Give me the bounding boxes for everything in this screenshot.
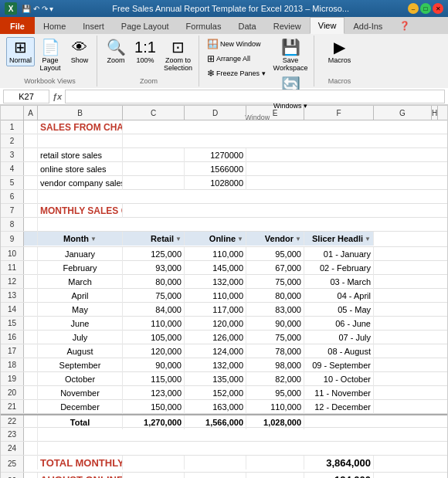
cell-b25-total-monthly[interactable]: TOTAL MONTHLY SALES xyxy=(38,456,123,470)
formula-input[interactable] xyxy=(65,90,445,103)
cell-c13[interactable]: 75,000 xyxy=(123,289,185,303)
col-header-f[interactable]: F xyxy=(304,106,374,120)
filter-icon[interactable]: ▼ xyxy=(295,236,301,242)
cell-e14[interactable]: 83,000 xyxy=(246,303,304,317)
cell-a26[interactable] xyxy=(24,473,38,478)
cell-b18[interactable]: September xyxy=(38,358,123,372)
cell-f12[interactable]: 03 - March xyxy=(304,275,374,289)
cell-b11[interactable]: February xyxy=(38,261,123,275)
cell-a20[interactable] xyxy=(24,386,38,400)
cell-c16[interactable]: 105,000 xyxy=(123,331,185,344)
cell-d10[interactable]: 110,000 xyxy=(185,247,246,261)
cell-f9-slicer[interactable]: Slicer Headli ▼ xyxy=(304,232,374,246)
cell-d3[interactable]: 1270000 xyxy=(185,148,246,162)
cell-f17[interactable]: 08 - August xyxy=(304,344,374,358)
cell-f14[interactable]: 05 - May xyxy=(304,303,374,317)
cell-d4[interactable]: 1566000 xyxy=(185,162,246,176)
cell-b3[interactable]: retail store sales xyxy=(38,148,123,162)
cell-c22[interactable]: 1,270,000 xyxy=(123,415,185,429)
tab-view[interactable]: View xyxy=(310,17,345,34)
cell-b2[interactable] xyxy=(38,134,123,148)
cell-d14[interactable]: 117,000 xyxy=(185,303,246,317)
cell-d15[interactable]: 120,000 xyxy=(185,317,246,331)
function-button[interactable]: ƒx xyxy=(53,92,62,101)
cell-a21[interactable] xyxy=(24,400,38,414)
tab-page-layout[interactable]: Page Layout xyxy=(113,17,178,34)
cell-d9-online[interactable]: Online ▼ xyxy=(185,232,246,246)
cell-f18[interactable]: 09 - September xyxy=(304,358,374,372)
filter-icon[interactable]: ▼ xyxy=(237,236,243,242)
cell-a25[interactable] xyxy=(24,456,38,470)
cell-a2[interactable] xyxy=(24,134,38,148)
cell-a13[interactable] xyxy=(24,289,38,303)
cell-e26[interactable] xyxy=(246,473,304,478)
cell-a8[interactable] xyxy=(24,218,38,232)
zoom-selection-button[interactable]: ⊡ Zoom toSelection xyxy=(161,37,195,74)
cell-d22[interactable]: 1,566,000 xyxy=(185,415,246,429)
cell-e11[interactable]: 67,000 xyxy=(246,261,304,275)
cell-d16[interactable]: 126,000 xyxy=(185,331,246,344)
cell-b19[interactable]: October xyxy=(38,372,123,386)
cell-c21[interactable]: 150,000 xyxy=(123,400,185,414)
cell-a24[interactable] xyxy=(24,442,38,456)
cell-a3[interactable] xyxy=(24,148,38,162)
cell-d26[interactable] xyxy=(185,473,246,478)
cell-e21[interactable]: 110,000 xyxy=(246,400,304,414)
filter-icon[interactable]: ▼ xyxy=(365,236,371,242)
cell-c11[interactable]: 93,000 xyxy=(123,261,185,275)
cell-e19[interactable]: 82,000 xyxy=(246,372,304,386)
col-header-c[interactable]: C xyxy=(123,106,185,120)
cell-d5[interactable]: 1028000 xyxy=(185,176,246,190)
cell-a19[interactable] xyxy=(24,372,38,386)
cell-f20[interactable]: 11 - November xyxy=(304,386,374,400)
cell-f11[interactable]: 02 - February xyxy=(304,261,374,275)
minimize-button[interactable]: – xyxy=(408,3,419,14)
cell-d21[interactable]: 163,000 xyxy=(185,400,246,414)
cell-e22[interactable]: 1,028,000 xyxy=(246,415,304,429)
cell-b26-august-online[interactable]: AUGUST ONLINE SALES xyxy=(38,473,123,478)
new-window-button[interactable]: 🪟 New Window xyxy=(204,37,269,51)
cell-c26[interactable] xyxy=(123,473,185,478)
cell-a5[interactable] xyxy=(24,176,38,190)
col-header-g[interactable]: G xyxy=(374,106,432,120)
tab-review[interactable]: Review xyxy=(265,17,310,34)
tab-home[interactable]: Home xyxy=(35,17,74,34)
cell-c17[interactable]: 120,000 xyxy=(123,344,185,358)
cell-a6[interactable] xyxy=(24,190,38,204)
tab-insert[interactable]: Insert xyxy=(74,17,113,34)
cell-a9[interactable] xyxy=(24,232,38,246)
cell-c9-retail[interactable]: Retail ▼ xyxy=(123,232,185,246)
cell-a16[interactable] xyxy=(24,331,38,344)
cell-c12[interactable]: 80,000 xyxy=(123,275,185,289)
cell-c25[interactable] xyxy=(123,456,185,470)
cell-d13[interactable]: 110,000 xyxy=(185,289,246,303)
tab-file[interactable]: File xyxy=(0,17,35,34)
cell-f10[interactable]: 01 - January xyxy=(304,247,374,261)
cell-c14[interactable]: 84,000 xyxy=(123,303,185,317)
show-button[interactable]: 👁 Show xyxy=(66,37,93,66)
cell-b14[interactable]: May xyxy=(38,303,123,317)
cell-a4[interactable] xyxy=(24,162,38,176)
cell-a15[interactable] xyxy=(24,317,38,331)
save-workspace-button[interactable]: 💾 SaveWorkspace xyxy=(270,37,311,74)
arrange-all-button[interactable]: ⊞ Arrange All xyxy=(204,52,269,66)
cell-f25-total-value[interactable]: 3,864,000 xyxy=(304,456,374,470)
tab-addins[interactable]: Add-Ins xyxy=(344,17,391,34)
cell-a7[interactable] xyxy=(24,204,38,218)
cell-d20[interactable]: 152,000 xyxy=(185,386,246,400)
normal-view-button[interactable]: ⊞ Normal xyxy=(6,37,35,66)
cell-d19[interactable]: 135,000 xyxy=(185,372,246,386)
cell-b12[interactable]: March xyxy=(38,275,123,289)
cell-b13[interactable]: April xyxy=(38,289,123,303)
zoom-100-button[interactable]: 1:1 100% xyxy=(131,37,159,66)
cell-d17[interactable]: 124,000 xyxy=(185,344,246,358)
cell-c10[interactable]: 125,000 xyxy=(123,247,185,261)
cell-d18[interactable]: 132,000 xyxy=(185,358,246,372)
cell-e13[interactable]: 80,000 xyxy=(246,289,304,303)
cell-a14[interactable] xyxy=(24,303,38,317)
cell-d12[interactable]: 132,000 xyxy=(185,275,246,289)
cell-a1[interactable] xyxy=(24,120,38,134)
cell-f21[interactable]: 12 - December xyxy=(304,400,374,414)
cell-b22[interactable]: Total xyxy=(38,415,123,429)
cell-b7[interactable]: MONTHLY SALES CHART DATA xyxy=(38,204,123,218)
